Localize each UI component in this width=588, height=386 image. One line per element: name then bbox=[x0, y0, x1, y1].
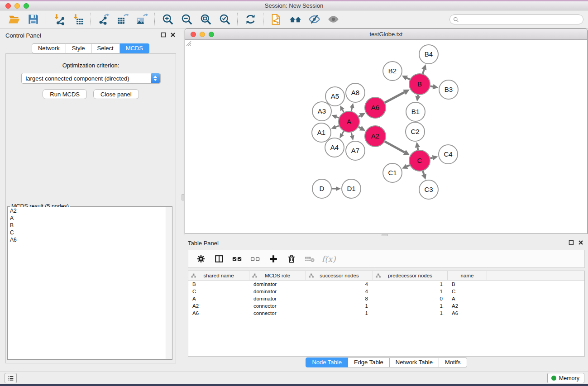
split-view-button[interactable] bbox=[211, 252, 227, 266]
result-list-scrollbar[interactable] bbox=[166, 207, 172, 359]
graph-edge-A-A6[interactable] bbox=[359, 115, 360, 116]
run-mcds-button[interactable]: Run MCDS bbox=[43, 89, 87, 99]
graph-node-D[interactable]: D bbox=[312, 179, 331, 198]
tab-style[interactable]: Style bbox=[66, 43, 91, 53]
graph-node-C4[interactable]: C4 bbox=[439, 145, 458, 164]
graph-node-D1[interactable]: D1 bbox=[342, 179, 361, 198]
tab-mcds[interactable]: MCDS bbox=[120, 43, 149, 53]
tab-select[interactable]: Select bbox=[91, 43, 120, 53]
result-list-item[interactable]: A6 bbox=[8, 236, 172, 243]
refresh-view-button[interactable] bbox=[241, 12, 260, 27]
show-all-button[interactable] bbox=[324, 12, 343, 27]
graph-node-B[interactable]: B bbox=[409, 74, 430, 95]
result-list-item[interactable]: A bbox=[8, 214, 172, 222]
column-header-shared-name[interactable]: shared name bbox=[188, 271, 249, 280]
zoom-in-button[interactable] bbox=[158, 12, 177, 27]
select-all-button[interactable] bbox=[229, 252, 245, 266]
result-list-item[interactable]: B bbox=[8, 222, 172, 229]
function-builder-button[interactable]: f(x) bbox=[320, 252, 336, 266]
column-header-predecessor-nodes[interactable]: predecessor nodes bbox=[373, 271, 448, 280]
graph-node-B2[interactable]: B2 bbox=[383, 62, 402, 81]
graph-edge-A-A2[interactable] bbox=[359, 127, 361, 129]
criterion-dropdown[interactable]: largest connected component (directed) bbox=[21, 73, 161, 84]
graph-node-B3[interactable]: B3 bbox=[439, 80, 458, 99]
result-list-item[interactable]: A2 bbox=[8, 207, 172, 214]
graph-edge-B-B4[interactable] bbox=[423, 69, 424, 74]
export-network-button[interactable] bbox=[94, 12, 113, 27]
graph-node-C3[interactable]: C3 bbox=[419, 180, 438, 199]
graph-edge-C-C2[interactable] bbox=[417, 148, 418, 150]
float-table-panel-button[interactable] bbox=[568, 240, 574, 246]
table-row[interactable]: Cdominator41C bbox=[188, 288, 584, 295]
import-network-button[interactable] bbox=[49, 12, 68, 27]
network-from-document-button[interactable] bbox=[267, 12, 286, 27]
search-input[interactable] bbox=[461, 15, 583, 24]
graph-edge-A6-B[interactable] bbox=[385, 92, 404, 103]
memory-button[interactable]: Memory bbox=[547, 373, 584, 383]
graph-edge-A-A3[interactable] bbox=[336, 117, 339, 118]
resize-grip[interactable] bbox=[185, 40, 191, 46]
save-session-button[interactable] bbox=[24, 12, 43, 27]
graph-edge-B-B2[interactable] bbox=[407, 78, 410, 79]
graph-node-A3[interactable]: A3 bbox=[312, 102, 331, 121]
zoom-selected-button[interactable] bbox=[215, 12, 234, 27]
table-row[interactable]: A6connector11A6 bbox=[188, 310, 584, 317]
tab-motifs[interactable]: Motifs bbox=[439, 357, 467, 367]
result-list-item[interactable]: C bbox=[8, 229, 172, 236]
column-header-name[interactable]: name bbox=[448, 271, 487, 280]
tab-node-table[interactable]: Node Table bbox=[306, 357, 348, 367]
network-canvas[interactable]: B4B2BB3A8A5A6A3B1AA1C2A2A4A7CC4C1C3DD1 bbox=[185, 40, 587, 234]
table-settings-button[interactable] bbox=[193, 252, 209, 266]
export-image-button[interactable] bbox=[132, 12, 151, 27]
task-history-button[interactable] bbox=[5, 373, 17, 383]
delete-column-button[interactable] bbox=[283, 252, 300, 266]
splitter-handle[interactable] bbox=[182, 194, 184, 200]
graph-node-A2[interactable]: A2 bbox=[365, 126, 386, 147]
hide-selected-button[interactable] bbox=[305, 12, 324, 27]
tab-edge-table[interactable]: Edge Table bbox=[348, 357, 390, 367]
graph-edge-A-A8[interactable] bbox=[351, 108, 352, 111]
tab-network[interactable]: Network bbox=[32, 43, 66, 53]
import-table-button[interactable] bbox=[68, 12, 87, 27]
close-panel-action-button[interactable]: Close panel bbox=[93, 89, 139, 99]
table-row[interactable]: Bdominator41B bbox=[188, 281, 584, 288]
float-panel-button[interactable] bbox=[160, 32, 166, 38]
graph-edge-A-A1[interactable] bbox=[336, 126, 339, 127]
graph-edge-A-A7[interactable] bbox=[351, 132, 352, 135]
zoom-out-button[interactable] bbox=[177, 12, 196, 27]
open-session-button[interactable] bbox=[5, 12, 24, 27]
graph-edge-C-C3[interactable] bbox=[423, 171, 424, 175]
deselect-all-button[interactable] bbox=[247, 252, 263, 266]
graph-node-A4[interactable]: A4 bbox=[325, 138, 344, 157]
graph-node-B1[interactable]: B1 bbox=[406, 102, 425, 121]
graph-node-A8[interactable]: A8 bbox=[346, 83, 365, 102]
graph-node-C1[interactable]: C1 bbox=[383, 163, 402, 182]
tab-network-table[interactable]: Network Table bbox=[390, 357, 439, 367]
export-table-button[interactable] bbox=[113, 12, 132, 27]
graph-edge-B-B3[interactable] bbox=[430, 86, 433, 86]
table-row[interactable]: A2connector11A2 bbox=[188, 302, 584, 310]
graph-edge-C-C1[interactable] bbox=[407, 165, 410, 167]
graph-edge-A-A4[interactable] bbox=[342, 131, 344, 134]
graph-node-C2[interactable]: C2 bbox=[406, 122, 425, 141]
vertical-splitter[interactable] bbox=[181, 29, 185, 371]
graph-node-C[interactable]: C bbox=[409, 150, 430, 171]
column-header-successor-nodes[interactable]: successor nodes bbox=[306, 271, 373, 280]
graph-edge-A2-C[interactable] bbox=[385, 142, 405, 152]
graph-edge-C-C4[interactable] bbox=[430, 158, 432, 158]
mcds-result-list[interactable]: A2ABCA6 bbox=[8, 207, 172, 359]
graph-node-A7[interactable]: A7 bbox=[346, 141, 365, 160]
graph-node-A1[interactable]: A1 bbox=[312, 123, 331, 142]
network-graph[interactable]: B4B2BB3A8A5A6A3B1AA1C2A2A4A7CC4C1C3DD1 bbox=[185, 40, 587, 234]
column-header-MCDS-role[interactable]: MCDS role bbox=[249, 271, 306, 280]
add-column-button[interactable] bbox=[265, 252, 282, 266]
home-view-button[interactable] bbox=[286, 12, 305, 27]
close-panel-button[interactable] bbox=[170, 32, 176, 38]
delete-table-button[interactable] bbox=[301, 252, 318, 266]
graph-edge-A-A5[interactable] bbox=[342, 110, 344, 112]
zoom-fit-button[interactable] bbox=[196, 12, 215, 27]
graph-node-B4[interactable]: B4 bbox=[419, 45, 438, 64]
graph-node-A5[interactable]: A5 bbox=[325, 87, 344, 106]
close-table-panel-button[interactable] bbox=[578, 240, 583, 246]
graph-node-A[interactable]: A bbox=[339, 111, 359, 132]
